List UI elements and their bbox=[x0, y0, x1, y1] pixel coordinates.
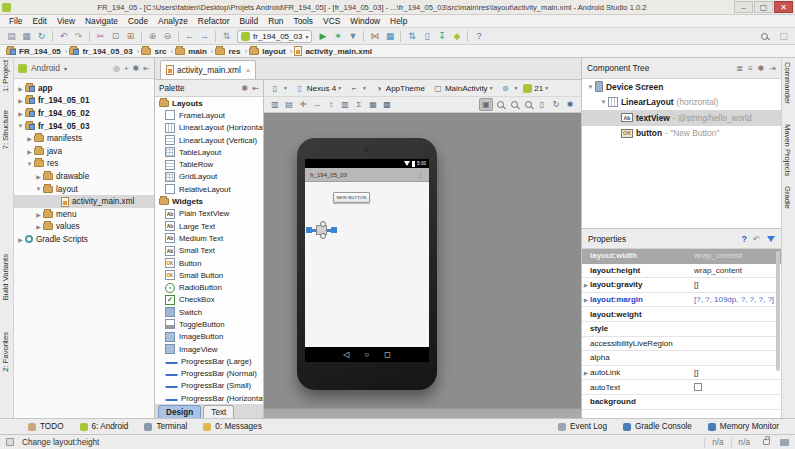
zoom-actual-icon[interactable] bbox=[493, 98, 507, 111]
expand-all-icon[interactable]: ≣ bbox=[736, 64, 743, 73]
reset-icon[interactable]: ↶ bbox=[753, 234, 760, 244]
debug-icon[interactable]: ✶ bbox=[330, 29, 345, 43]
tree-item-manifests[interactable]: ▶manifests bbox=[14, 132, 154, 145]
paste-icon[interactable]: ⊞ bbox=[123, 29, 138, 43]
chevron-right-icon[interactable]: ▶ bbox=[16, 85, 25, 92]
menu-view[interactable]: View bbox=[52, 16, 80, 26]
run-config-dropdown[interactable]: fr_194_05_03▾ bbox=[237, 30, 312, 43]
tree-item-values[interactable]: ▶values bbox=[14, 221, 154, 234]
gear-icon[interactable]: ✱ bbox=[758, 64, 765, 73]
palette-item-checkbox[interactable]: ✓CheckBox bbox=[155, 294, 263, 306]
menu-vcs[interactable]: VCS bbox=[318, 16, 345, 26]
palette-item-progressbar-large-[interactable]: ▬▬ProgressBar (Large) bbox=[155, 355, 263, 367]
cut-icon[interactable]: ✂ bbox=[93, 29, 108, 43]
property-value[interactable]: wrap_content bbox=[694, 266, 781, 275]
palette-item-linearlayout-vertical-[interactable]: LinearLayout (Vertical) bbox=[155, 134, 263, 146]
replace-icon[interactable]: ⊖ bbox=[160, 29, 175, 43]
sigma-icon[interactable]: Σ bbox=[352, 98, 366, 111]
help-icon[interactable]: ? bbox=[471, 29, 486, 43]
install-icon[interactable]: ▼ bbox=[345, 29, 360, 43]
palette-item-button[interactable]: OKButton bbox=[155, 257, 263, 269]
toolwindow-gradle-console[interactable]: Gradle Console bbox=[623, 422, 692, 431]
tree-item-menu[interactable]: ▶menu bbox=[14, 208, 154, 221]
property-row-layout-margin[interactable]: ▶layout:margin[?, ?, 109dp, ?, ?, ?, ?] bbox=[582, 293, 781, 308]
close-tab-icon[interactable]: × bbox=[246, 66, 251, 75]
zoom-in-icon[interactable] bbox=[507, 98, 521, 111]
sync-icon[interactable]: ↻ bbox=[34, 29, 49, 43]
grid-icon[interactable]: ▦ bbox=[366, 98, 380, 111]
palette-item-plain-textview[interactable]: AbPlain TextView bbox=[155, 208, 263, 220]
palette-item-gridlayout[interactable]: GridLayout bbox=[155, 171, 263, 183]
palette-item-togglebutton[interactable]: ToggleButton bbox=[155, 318, 263, 330]
crumb-fr_194_05_03[interactable]: fr_194_05_03› bbox=[69, 47, 139, 56]
menu-code[interactable]: Code bbox=[123, 16, 153, 26]
property-row-layout-height[interactable]: layout:heightwrap_content bbox=[582, 264, 781, 279]
design-canvas[interactable]: 5:00 fr_194_05_03 ⋮ NEW BUTTON ◁ ○ ◻ bbox=[264, 113, 581, 408]
inspections-hector-icon[interactable] bbox=[780, 439, 789, 446]
chevron-right-icon[interactable]: ▶ bbox=[25, 148, 34, 155]
user-panel-icon[interactable]: ▢ bbox=[776, 29, 791, 43]
chevron-right-icon[interactable]: ▶ bbox=[582, 370, 590, 376]
locale-dropdown[interactable]: ⊛▾ bbox=[498, 82, 517, 95]
preview-new-button[interactable]: NEW BUTTON bbox=[333, 192, 370, 203]
palette-item-imageview[interactable]: ImageView bbox=[155, 343, 263, 355]
locate-icon[interactable]: ◎ bbox=[113, 64, 120, 73]
toolwindow-memory-monitor[interactable]: Memory Monitor bbox=[708, 422, 779, 431]
autotext-checkbox[interactable] bbox=[694, 383, 702, 391]
selection-handle-right[interactable] bbox=[331, 227, 337, 233]
stripe-build-variants[interactable]: Build Variants bbox=[1, 254, 10, 300]
crumb-fr_194_05[interactable]: FR_194_05› bbox=[6, 47, 67, 56]
chevron-down-icon[interactable]: ▼ bbox=[34, 186, 43, 192]
search-icon[interactable] bbox=[761, 33, 768, 40]
stripe-maven-projects[interactable]: Maven Projects bbox=[783, 124, 792, 176]
toolwindow-anchor-icon[interactable] bbox=[6, 438, 14, 446]
crumb-activity_main.xml[interactable]: activity_main.xml bbox=[294, 46, 372, 56]
chevron-right-icon[interactable]: ▶ bbox=[582, 297, 590, 303]
toolwindow-android[interactable]: 6: Android bbox=[80, 422, 129, 431]
property-row-autotext[interactable]: autoText bbox=[582, 380, 781, 395]
property-row-layout-weight[interactable]: layout:weight bbox=[582, 307, 781, 322]
tree-item-gradle-scripts[interactable]: ▶Gradle Scripts bbox=[14, 233, 154, 246]
palette-item-progressbar-small-[interactable]: ▬▬ProgressBar (Small) bbox=[155, 380, 263, 392]
chevron-right-icon[interactable]: ▶ bbox=[34, 223, 43, 230]
component-device-screen[interactable]: ▼Device Screen bbox=[582, 79, 781, 95]
sync-gradle-icon[interactable]: ⇅ bbox=[404, 29, 419, 43]
tree-item-fr_194_05_01[interactable]: ▶fr_194_05_01 bbox=[14, 95, 154, 108]
component-linearlayout[interactable]: ▼LinearLayout(horizontal) bbox=[582, 95, 781, 111]
crumb-main[interactable]: main› bbox=[175, 47, 213, 56]
hide-panel-icon[interactable]: ⇤ bbox=[143, 64, 150, 73]
property-row-alpha[interactable]: alpha bbox=[582, 351, 781, 366]
property-row-autolink[interactable]: ▶autoLink[] bbox=[582, 366, 781, 381]
palette-item-imagebutton[interactable]: ImageButton bbox=[155, 331, 263, 343]
redo-icon[interactable]: ↷ bbox=[71, 29, 86, 43]
gear-icon[interactable]: ✱ bbox=[241, 83, 248, 93]
collapse-all-icon[interactable]: + bbox=[124, 64, 129, 73]
palette-item-small-button[interactable]: OKSmall Button bbox=[155, 269, 263, 281]
palette-item-medium-text[interactable]: AbMedium Text bbox=[155, 232, 263, 244]
chevron-down-icon[interactable]: ▼ bbox=[16, 123, 25, 129]
component-textview[interactable]: AbtextView- @string/hello_world bbox=[582, 110, 781, 126]
sort-icon[interactable]: ⇅ bbox=[219, 29, 234, 43]
tab-activity-main-xml[interactable]: activity_main.xml × bbox=[160, 60, 256, 79]
orientation-dropdown[interactable]: ⌐▾ bbox=[347, 82, 366, 95]
expand-to-fit-icon[interactable]: ✛ bbox=[296, 98, 310, 111]
device-screen[interactable]: 5:00 fr_194_05_03 ⋮ NEW BUTTON ◁ ○ ◻ bbox=[305, 159, 429, 362]
property-row-accessibilityliveregion[interactable]: accessibilityLiveRegion bbox=[582, 337, 781, 352]
property-row-style[interactable]: style bbox=[582, 322, 781, 337]
preview-content[interactable]: NEW BUTTON bbox=[305, 182, 429, 347]
project-view-selector[interactable]: Android bbox=[31, 63, 60, 73]
minimize-button[interactable]: – bbox=[734, 1, 753, 13]
columns-icon[interactable]: ▥ bbox=[338, 98, 352, 111]
device-frame-icon[interactable]: ▯ bbox=[535, 98, 549, 111]
tree-item-drawable[interactable]: ▶drawable bbox=[14, 170, 154, 183]
tree-item-layout[interactable]: ▼layout bbox=[14, 183, 154, 196]
tree-item-app[interactable]: ▶app bbox=[14, 82, 154, 95]
palette-item-progressbar-normal-[interactable]: ▬▬ProgressBar (Normal) bbox=[155, 368, 263, 380]
table-icon[interactable]: ▤ bbox=[282, 98, 296, 111]
zoom-fit-icon[interactable]: ▣ bbox=[479, 98, 493, 111]
toolwindow-event-log[interactable]: Event Log bbox=[558, 422, 607, 431]
palette-item-relativelayout[interactable]: RelativeLayout bbox=[155, 183, 263, 195]
tab-text[interactable]: Text bbox=[203, 405, 234, 418]
chevron-down-icon[interactable]: ▾ bbox=[64, 65, 67, 72]
write-lock-icon[interactable] bbox=[763, 439, 770, 445]
